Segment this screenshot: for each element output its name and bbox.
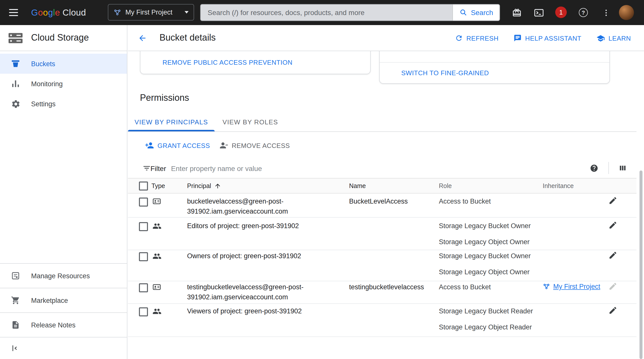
row-checkbox[interactable] xyxy=(139,198,148,207)
arrow-left-icon xyxy=(138,34,147,43)
sidebar-item-buckets[interactable]: Buckets xyxy=(0,54,127,74)
cloud-shell-icon[interactable] xyxy=(534,0,544,25)
pencil-icon xyxy=(608,221,617,230)
remove-access-button[interactable]: REMOVE ACCESS xyxy=(219,141,290,150)
pencil-icon xyxy=(608,282,617,291)
role-cell: Storage Legacy Bucket Reader Storage Leg… xyxy=(439,306,533,332)
chat-icon xyxy=(514,34,522,42)
logo-letter: g xyxy=(48,7,53,18)
chevron-down-icon xyxy=(185,11,189,14)
learn-button[interactable]: LEARN xyxy=(596,34,631,42)
table-header-row: Type Principal Name Role Inheritance xyxy=(128,178,636,194)
switch-to-fine-grained-button[interactable]: SWITCH TO FINE-GRAINED xyxy=(401,69,489,77)
logo-cloud-text: Cloud xyxy=(62,7,86,18)
principal-cell: Viewers of project: green-post-391902 xyxy=(187,306,302,316)
edit-principal-button[interactable] xyxy=(608,306,617,317)
search-button[interactable]: Search xyxy=(452,5,500,21)
back-arrow-button[interactable] xyxy=(138,34,147,45)
row-checkbox[interactable] xyxy=(139,222,148,231)
main-area: Bucket details REFRESH HELP ASSISTANT LE… xyxy=(128,25,644,359)
pencil-icon xyxy=(608,251,617,260)
sidebar-item-marketplace[interactable]: Marketplace xyxy=(0,288,127,313)
graduation-cap-icon xyxy=(596,34,605,42)
grant-access-button[interactable]: GRANT ACCESS xyxy=(145,141,210,150)
product-title: Cloud Storage xyxy=(31,33,89,43)
search-icon xyxy=(459,9,467,17)
filter-label: Filter xyxy=(150,164,166,172)
help-assistant-label: HELP ASSISTANT xyxy=(525,34,581,42)
logo-letter: o xyxy=(43,7,48,18)
service-account-icon xyxy=(152,197,161,208)
sidebar-item-manage-resources[interactable]: Manage Resources xyxy=(0,264,127,288)
scrollbar-thumb[interactable] xyxy=(639,170,642,359)
project-selector[interactable]: My First Project xyxy=(108,4,194,21)
help-assistant-button[interactable]: HELP ASSISTANT xyxy=(514,34,581,42)
row-checkbox[interactable] xyxy=(139,283,148,292)
help-icon[interactable]: ? xyxy=(579,0,588,25)
name-cell: testingbucketlevelaccess xyxy=(349,282,424,292)
search-input[interactable] xyxy=(201,5,452,21)
edit-principal-button[interactable] xyxy=(608,251,617,262)
sidebar-item-monitoring[interactable]: Monitoring xyxy=(0,74,127,94)
table-row: Editors of project: green-post-391902 St… xyxy=(128,218,636,250)
tab-view-by-principals[interactable]: VIEW BY PRINCIPALS xyxy=(128,112,215,131)
row-checkbox[interactable] xyxy=(139,252,148,261)
filter-help-icon[interactable] xyxy=(590,164,598,174)
tab-view-by-roles[interactable]: VIEW BY ROLES xyxy=(215,112,286,131)
remove-public-access-prevention-button[interactable]: REMOVE PUBLIC ACCESS PREVENTION xyxy=(163,59,292,66)
column-header-principal-label: Principal xyxy=(187,182,211,189)
sidebar-item-label: Manage Resources xyxy=(31,272,90,280)
public-access-card: REMOVE PUBLIC ACCESS PREVENTION xyxy=(140,51,371,74)
refresh-icon xyxy=(455,34,463,42)
group-icon xyxy=(152,252,162,263)
role-cell: Access to Bucket xyxy=(439,282,491,292)
more-options-icon[interactable] xyxy=(602,0,610,25)
column-header-principal[interactable]: Principal xyxy=(187,178,221,193)
card-divider xyxy=(380,62,609,63)
search-bar: Search xyxy=(200,4,500,21)
collapse-sidebar-button[interactable] xyxy=(0,337,127,359)
name-cell: BucketLevelAccess xyxy=(349,197,408,206)
sidebar-footer: Manage Resources Marketplace Release Not… xyxy=(0,263,127,359)
role-cell: Access to Bucket xyxy=(439,197,491,206)
header-actions: REFRESH HELP ASSISTANT LEARN xyxy=(455,25,631,51)
column-display-icon[interactable] xyxy=(618,164,627,174)
refresh-button[interactable]: REFRESH xyxy=(455,34,499,42)
edit-principal-button[interactable] xyxy=(608,196,617,207)
group-icon xyxy=(152,222,162,233)
sidebar-item-label: Settings xyxy=(31,100,56,108)
edit-principal-button-disabled xyxy=(608,282,617,293)
principal-cell: Owners of project: green-post-391902 xyxy=(187,251,301,261)
inheritance-link[interactable]: My First Project xyxy=(543,283,600,290)
sidebar-item-release-notes[interactable]: Release Notes xyxy=(0,313,127,337)
select-all-checkbox[interactable] xyxy=(139,182,148,191)
filter-input[interactable] xyxy=(170,162,513,175)
row-checkbox[interactable] xyxy=(139,307,148,316)
edit-principal-button[interactable] xyxy=(608,221,617,232)
avatar[interactable] xyxy=(619,5,634,20)
column-header-name: Name xyxy=(349,178,366,193)
notifications-badge[interactable]: 1 xyxy=(555,7,567,18)
gift-icon[interactable] xyxy=(512,0,522,25)
menu-icon[interactable] xyxy=(9,9,18,16)
gear-icon xyxy=(11,99,21,109)
content-area: REMOVE PUBLIC ACCESS PREVENTION SWITCH T… xyxy=(128,51,644,359)
refresh-label: REFRESH xyxy=(466,34,499,42)
product-header: Cloud Storage xyxy=(0,25,127,51)
logo-letter: e xyxy=(55,7,60,18)
column-header-role: Role xyxy=(439,178,452,193)
google-cloud-logo[interactable]: Google Cloud xyxy=(31,0,86,25)
sidebar-item-label: Buckets xyxy=(31,60,55,67)
monitoring-icon xyxy=(11,79,21,89)
sidebar-item-label: Release Notes xyxy=(31,321,75,329)
sidebar-item-label: Marketplace xyxy=(31,297,68,304)
principal-cell: Editors of project: green-post-391902 xyxy=(187,221,299,231)
logo-letter: l xyxy=(53,7,55,18)
principal-cell: bucketlevelaccess@green-post- 391902.iam… xyxy=(187,197,288,216)
question-mark: ? xyxy=(579,8,588,17)
principal-cell: testingbucketlevelaccess@green-post- 391… xyxy=(187,282,303,302)
sidebar-item-settings[interactable]: Settings xyxy=(0,94,127,114)
permissions-table: Type Principal Name Role Inheritance xyxy=(128,178,636,337)
role-cell: Storage Legacy Bucket Owner Storage Lega… xyxy=(439,221,531,247)
column-header-inheritance: Inheritance xyxy=(543,178,574,193)
